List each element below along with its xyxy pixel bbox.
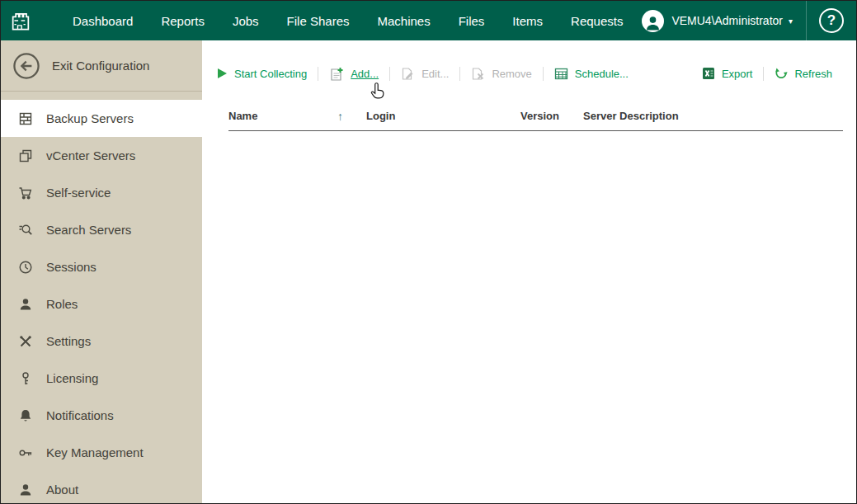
nav-file-shares[interactable]: File Shares bbox=[273, 1, 364, 40]
table-header-row: Name ↑ Login Version Server Description bbox=[228, 101, 843, 131]
key-icon bbox=[17, 445, 33, 460]
help-button[interactable]: ? bbox=[819, 8, 844, 33]
configuration-sidebar: Exit Configuration Backup Servers vCente… bbox=[1, 40, 202, 503]
sidebar-item-label: Sessions bbox=[46, 260, 97, 274]
nav-jobs[interactable]: Jobs bbox=[219, 1, 273, 40]
shopping-cart-icon bbox=[17, 186, 33, 200]
backup-servers-table-body bbox=[202, 131, 856, 214]
sort-ascending-icon[interactable]: ↑ bbox=[337, 110, 343, 123]
license-key-icon bbox=[17, 371, 33, 386]
sidebar-item-settings[interactable]: Settings bbox=[1, 323, 202, 360]
sidebar-item-label: Settings bbox=[46, 334, 91, 348]
exit-configuration-label: Exit Configuration bbox=[52, 59, 149, 73]
edit-button[interactable]: Edit... bbox=[390, 67, 459, 81]
about-icon bbox=[17, 483, 33, 497]
sidebar-item-label: Self-service bbox=[46, 186, 111, 200]
column-header-server-description[interactable]: Server Description bbox=[583, 110, 843, 122]
sidebar-item-backup-servers[interactable]: Backup Servers bbox=[1, 100, 202, 137]
nav-files[interactable]: Files bbox=[445, 1, 499, 40]
nav-requests[interactable]: Requests bbox=[557, 1, 637, 40]
app-logo[interactable] bbox=[1, 1, 40, 40]
bell-icon bbox=[17, 408, 33, 423]
top-navigation-bar: Dashboard Reports Jobs File Shares Machi… bbox=[1, 1, 856, 40]
schedule-button[interactable]: Schedule... bbox=[544, 67, 639, 80]
sidebar-item-label: About bbox=[46, 483, 78, 497]
toolbar: Start Collecting Add... Edit... bbox=[202, 62, 856, 85]
sidebar-item-label: Key Management bbox=[46, 445, 144, 459]
sidebar-item-key-management[interactable]: Key Management bbox=[1, 434, 202, 471]
backup-servers-icon bbox=[17, 111, 33, 126]
app-window: Dashboard Reports Jobs File Shares Machi… bbox=[0, 0, 857, 504]
sidebar-item-label: Licensing bbox=[46, 371, 98, 385]
sidebar-item-label: Backup Servers bbox=[46, 111, 134, 125]
add-button[interactable]: Add... bbox=[318, 67, 389, 81]
user-menu[interactable]: VEMU4\Administrator ▾ bbox=[642, 1, 793, 40]
topbar-divider bbox=[806, 1, 807, 40]
edit-icon bbox=[401, 67, 415, 81]
back-arrow-icon bbox=[12, 52, 40, 80]
clock-icon bbox=[17, 260, 33, 275]
nav-reports[interactable]: Reports bbox=[147, 1, 219, 40]
nav-machines[interactable]: Machines bbox=[363, 1, 444, 40]
sidebar-item-roles[interactable]: Roles bbox=[1, 285, 202, 323]
user-name: VEMU4\Administrator bbox=[671, 14, 783, 27]
sidebar-item-notifications[interactable]: Notifications bbox=[1, 397, 202, 434]
remove-icon bbox=[471, 67, 485, 81]
backup-servers-panel: Start Collecting Add... Edit... bbox=[202, 40, 856, 503]
sidebar-item-self-service[interactable]: Self-service bbox=[1, 174, 202, 211]
exit-configuration-button[interactable]: Exit Configuration bbox=[1, 40, 202, 92]
help-icon: ? bbox=[827, 12, 836, 29]
refresh-button[interactable]: Refresh bbox=[764, 67, 843, 80]
vcenter-servers-icon bbox=[17, 148, 33, 163]
sidebar-item-label: Roles bbox=[46, 297, 78, 311]
sidebar-item-licensing[interactable]: Licensing bbox=[1, 360, 202, 397]
remove-button[interactable]: Remove bbox=[460, 67, 542, 81]
column-header-name[interactable]: Name ↑ bbox=[228, 110, 366, 123]
export-button[interactable]: Export bbox=[691, 67, 764, 80]
play-icon bbox=[217, 68, 228, 79]
sidebar-item-sessions[interactable]: Sessions bbox=[1, 248, 202, 285]
main-nav: Dashboard Reports Jobs File Shares Machi… bbox=[59, 1, 637, 40]
tools-icon bbox=[17, 334, 33, 349]
sidebar-item-label: vCenter Servers bbox=[46, 148, 135, 163]
nav-items[interactable]: Items bbox=[498, 1, 557, 40]
sidebar-item-search-servers[interactable]: Search Servers bbox=[1, 211, 202, 248]
sidebar-item-label: Notifications bbox=[46, 408, 114, 422]
refresh-icon bbox=[775, 67, 788, 80]
sidebar-item-label: Search Servers bbox=[46, 223, 131, 237]
sidebar-item-about[interactable]: About bbox=[1, 471, 202, 504]
excel-export-icon bbox=[702, 67, 715, 80]
start-collecting-button[interactable]: Start Collecting bbox=[217, 68, 318, 80]
column-header-login[interactable]: Login bbox=[366, 110, 520, 122]
sidebar-item-vcenter-servers[interactable]: vCenter Servers bbox=[1, 137, 202, 174]
chevron-down-icon: ▾ bbox=[789, 16, 793, 26]
column-header-version[interactable]: Version bbox=[520, 110, 583, 122]
veeam-logo-icon bbox=[9, 9, 32, 32]
person-icon bbox=[17, 297, 33, 312]
nav-dashboard[interactable]: Dashboard bbox=[59, 1, 147, 40]
search-servers-icon bbox=[17, 223, 33, 238]
add-server-icon bbox=[329, 67, 344, 81]
user-avatar-icon bbox=[642, 10, 664, 32]
calendar-icon bbox=[554, 67, 568, 80]
